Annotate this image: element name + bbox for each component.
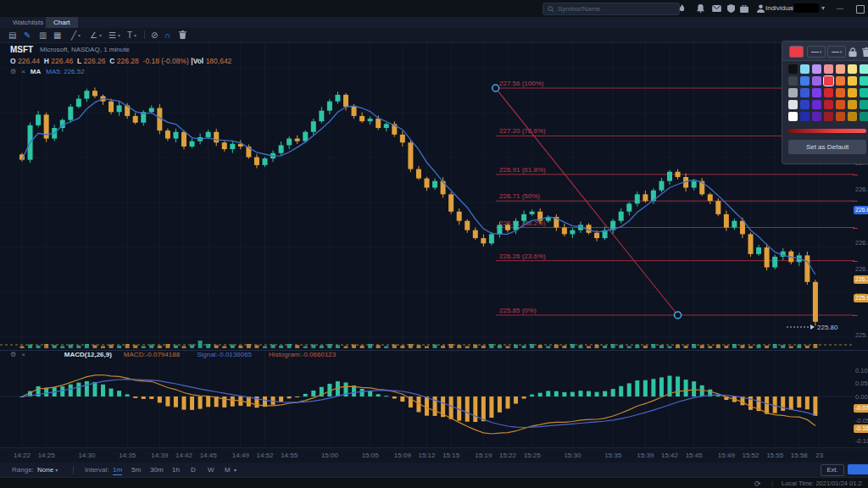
chevron-down-icon[interactable]: ▾ [821, 4, 825, 12]
line-width-dropdown[interactable]: ▾ [807, 46, 826, 58]
fib-anchor-handle[interactable] [492, 85, 499, 92]
palette-swatch[interactable] [812, 64, 821, 74]
palette-swatch[interactable] [800, 100, 810, 109]
minimize-icon[interactable]: — [837, 4, 843, 12]
fib-axis-tick [853, 228, 858, 229]
interval-D[interactable]: D [191, 466, 196, 474]
briefcase-icon[interactable] [738, 3, 750, 14]
channel-tool-icon[interactable]: ∠▾ [90, 28, 102, 42]
refresh-icon[interactable]: ⟳ [754, 480, 761, 488]
palette-swatch[interactable] [812, 112, 821, 121]
trash-icon[interactable] [862, 45, 868, 57]
interval-M[interactable]: M [225, 466, 231, 474]
selected-color-swatch[interactable] [789, 46, 804, 58]
palette-swatch[interactable] [848, 112, 857, 121]
palette-swatch[interactable] [800, 112, 810, 121]
symbol-search-input[interactable]: Symbol/Name [542, 3, 680, 15]
palette-swatch[interactable] [836, 100, 845, 109]
palette-swatch[interactable] [860, 88, 868, 97]
palette-swatch[interactable] [812, 76, 821, 86]
palette-swatch[interactable] [848, 76, 857, 86]
palette-swatch[interactable] [800, 88, 810, 97]
palette-swatch[interactable] [836, 64, 845, 74]
chart-canvas[interactable]: 227.56 (100%)227.20 (78.6%)226.91 (61.8%… [0, 42, 868, 447]
palette-swatch[interactable] [824, 64, 833, 74]
palette-swatch[interactable] [788, 76, 798, 86]
palette-swatch[interactable] [836, 88, 845, 97]
compare-icon[interactable]: ▥ [39, 28, 47, 42]
palette-swatch[interactable] [824, 88, 833, 97]
macd-histogram-bar [133, 396, 137, 398]
range-selector[interactable]: None ▾ [37, 466, 58, 474]
interval-W[interactable]: W [208, 466, 214, 474]
palette-swatch[interactable] [824, 100, 833, 109]
symbol-ticker[interactable]: MSFT [10, 45, 33, 54]
palette-swatch[interactable] [860, 64, 868, 74]
macd-histogram-bar [627, 383, 632, 396]
account-type-label[interactable]: Individual [765, 4, 794, 12]
eraser-icon[interactable]: ⊘ [151, 28, 158, 42]
patterns-tool-icon[interactable]: ☰▾ [108, 28, 120, 42]
palette-swatch[interactable] [800, 64, 810, 74]
palette-swatch[interactable] [788, 112, 798, 121]
shield-icon[interactable] [725, 3, 737, 14]
palette-swatch[interactable] [860, 112, 868, 121]
trendline-tool-icon[interactable]: ╱▾ [71, 28, 81, 42]
palette-swatch[interactable] [788, 88, 798, 97]
fib-anchor-handle[interactable] [675, 312, 682, 319]
volume-bar [684, 346, 688, 348]
palette-swatch[interactable] [788, 100, 798, 109]
lock-icon[interactable] [849, 45, 860, 57]
palette-swatch[interactable] [824, 112, 833, 121]
volume-bar [360, 346, 364, 348]
candle-body [473, 230, 478, 238]
text-tool-icon[interactable]: T▾ [127, 28, 136, 42]
tab-watchlists[interactable]: Watchlists [5, 17, 51, 28]
palette-swatch[interactable] [812, 100, 821, 109]
hot-list-icon[interactable] [676, 3, 687, 14]
ext-session-button[interactable]: Ext. [821, 464, 844, 476]
interval-1m[interactable]: 1m [113, 466, 122, 475]
time-axis[interactable]: 14:2214:2514:3014:3514:3914:4214:4514:49… [0, 447, 868, 463]
tab-chart[interactable]: Chart [46, 17, 78, 28]
candle-body [619, 212, 624, 221]
interval-5m[interactable]: 5m [131, 466, 141, 474]
notifications-bell-icon[interactable] [694, 3, 706, 14]
gear-icon[interactable]: ⚙ [10, 68, 16, 75]
palette-swatch[interactable] [848, 88, 857, 97]
palette-swatch[interactable] [812, 88, 821, 97]
line-style-dropdown[interactable]: ▾ [827, 46, 846, 58]
gear-icon[interactable]: ⚙ [10, 351, 16, 358]
macd-histogram-bar [805, 396, 810, 409]
layout-grid-icon[interactable]: ▦ [53, 28, 61, 42]
palette-swatch[interactable] [836, 112, 845, 121]
magnet-icon[interactable]: ∩ [164, 28, 170, 42]
palette-swatch[interactable] [848, 100, 857, 109]
volume-bar [125, 344, 130, 348]
person-icon[interactable] [754, 3, 766, 14]
pencil-draw-icon[interactable]: ✎ [24, 28, 31, 42]
close-icon[interactable]: × [21, 351, 25, 358]
palette-swatch[interactable] [860, 76, 868, 86]
volume-bar [231, 345, 235, 348]
interval-1h[interactable]: 1h [172, 466, 180, 474]
color-shade-slider[interactable] [788, 129, 866, 133]
interval-30m[interactable]: 30m [150, 466, 164, 474]
ohlc-readout: O 226.44 H 226.46 L 226.26 C 226.28 -0.1… [10, 57, 231, 65]
set-as-default-button[interactable]: Set as Default [788, 140, 866, 154]
palette-swatch[interactable] [836, 76, 845, 86]
restore-window-icon[interactable] [856, 5, 865, 14]
palette-swatch[interactable] [800, 76, 810, 86]
messages-mail-icon[interactable] [710, 3, 722, 14]
palette-swatch[interactable] [824, 76, 833, 86]
trade-button[interactable] [848, 464, 868, 474]
palette-swatch[interactable] [848, 64, 857, 74]
trading-app-window: Symbol/Name Individual ▾ — Watchlists Ch… [0, 0, 868, 488]
palette-swatch[interactable] [788, 64, 798, 74]
interval-month-caret[interactable]: ▾ [234, 466, 236, 474]
palette-swatch[interactable] [860, 100, 868, 109]
close-icon[interactable]: × [21, 68, 25, 75]
candle-body [425, 179, 430, 188]
trash-icon[interactable] [179, 28, 186, 42]
chart-type-icon[interactable]: ▤ [8, 28, 16, 42]
